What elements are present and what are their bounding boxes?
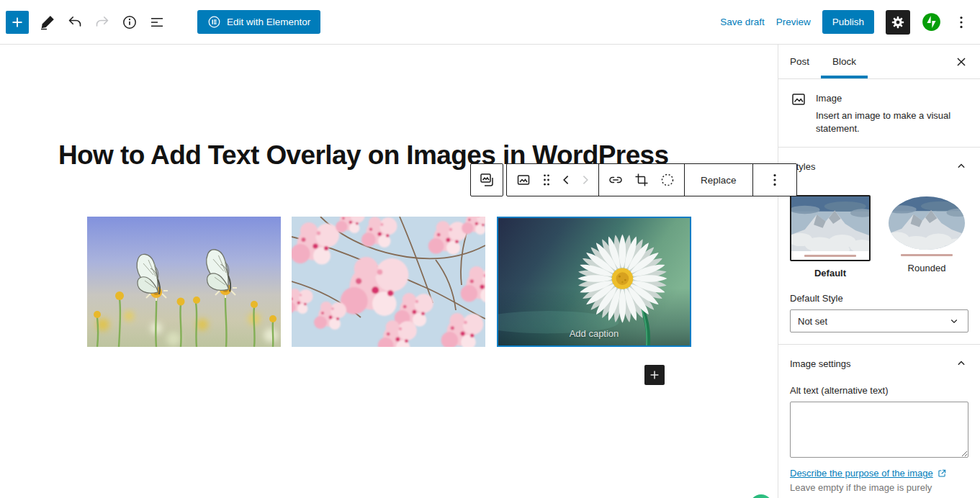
sidebar-tabs: Post Block — [778, 45, 980, 79]
plus-icon — [647, 368, 662, 382]
toolbar-group-replace: Replace — [685, 164, 753, 196]
move-right-button[interactable] — [575, 167, 595, 193]
info-icon — [121, 14, 138, 31]
jetpack-button[interactable] — [922, 12, 941, 32]
replace-button[interactable]: Replace — [688, 164, 749, 196]
image-block-icon — [790, 91, 807, 135]
plus-icon — [9, 14, 26, 31]
toolbar-group-options — [753, 164, 796, 196]
toolbar-group-media — [599, 164, 685, 196]
style-default-label: Default — [790, 268, 871, 279]
alt-text-label: Alt text (alternative text) — [790, 385, 968, 396]
link-button[interactable] — [603, 167, 629, 193]
tab-post[interactable]: Post — [778, 45, 821, 78]
style-rounded-thumbnail — [889, 196, 965, 250]
chevron-up-icon — [954, 159, 968, 173]
image-caption-placeholder[interactable]: Add caption — [498, 328, 690, 339]
block-card: Image Insert an image to make a visual s… — [778, 79, 980, 147]
wordpress-block-editor: Edit with Elementor Save draft Preview P… — [0, 0, 980, 498]
top-bar-right-tools: Save draft Preview Publish — [720, 0, 970, 44]
kebab-icon — [953, 14, 970, 31]
edit-with-elementor-label: Edit with Elementor — [227, 17, 310, 27]
top-bar-left-tools: Edit with Elementor — [6, 0, 320, 44]
gallery-image-daisy-selected[interactable]: Add caption — [497, 217, 691, 347]
pencil-icon — [39, 14, 56, 31]
gallery-appender-button[interactable] — [644, 365, 665, 385]
chevron-up-icon — [954, 356, 968, 371]
block-options-button[interactable] — [757, 167, 793, 193]
style-options: Default Rounded — [790, 195, 968, 279]
block-inserter-button[interactable] — [6, 11, 29, 34]
jetpack-icon — [922, 12, 941, 32]
image-settings-heading: Image settings — [790, 358, 851, 369]
chevron-left-icon — [557, 171, 575, 189]
external-link-icon — [937, 468, 947, 479]
styles-panel: Styles — [778, 147, 980, 344]
link-icon — [607, 171, 624, 189]
block-card-description: Insert an image to make a visual stateme… — [816, 109, 968, 135]
redo-icon — [94, 14, 111, 31]
undo-icon — [66, 14, 84, 31]
cherry-blossoms-image — [292, 217, 485, 347]
image-settings-toggle[interactable]: Image settings — [790, 356, 968, 371]
close-sidebar-button[interactable] — [950, 50, 973, 73]
block-toolbar: Replace — [470, 163, 797, 196]
save-draft-button[interactable]: Save draft — [720, 17, 765, 27]
tab-block[interactable]: Block — [821, 45, 868, 78]
block-toolbar-main: Replace — [506, 163, 797, 196]
gallery-image-cherry-blossoms[interactable] — [292, 217, 485, 347]
publish-button[interactable]: Publish — [822, 10, 874, 34]
butterflies-image — [87, 217, 281, 347]
default-style-select[interactable]: Not set — [790, 309, 968, 332]
redo-button[interactable] — [94, 14, 111, 31]
settings-button[interactable] — [886, 10, 910, 35]
crop-button[interactable] — [629, 167, 655, 193]
crop-icon — [633, 171, 650, 189]
styles-panel-toggle[interactable]: Styles — [790, 159, 968, 173]
chevron-right-icon — [577, 171, 594, 189]
document-overview-button[interactable] — [148, 14, 166, 31]
kebab-icon — [766, 171, 783, 189]
style-default-thumbnail — [790, 195, 871, 261]
drag-handle[interactable] — [536, 167, 556, 193]
editor-top-bar: Edit with Elementor Save draft Preview P… — [0, 0, 980, 45]
edit-with-elementor-button[interactable]: Edit with Elementor — [197, 10, 320, 34]
gear-icon — [890, 14, 906, 30]
image-settings-panel: Image settings Alt text (alternative tex… — [778, 344, 980, 498]
chevron-down-icon — [948, 314, 961, 327]
daisy-image — [498, 218, 690, 345]
duotone-filter-button[interactable] — [655, 167, 680, 193]
undo-button[interactable] — [66, 14, 84, 31]
options-menu-button[interactable] — [953, 14, 970, 31]
elementor-logo-icon — [207, 15, 221, 29]
image-block-type-button[interactable] — [511, 167, 536, 193]
settings-sidebar: Post Block Image Insert an image to make… — [778, 45, 980, 498]
move-left-button[interactable] — [556, 167, 575, 193]
image-block-icon — [515, 171, 532, 189]
default-style-value: Not set — [798, 316, 827, 327]
drag-handle-icon — [538, 171, 555, 189]
editor-canvas: How to Add Text Overlay on Images in Wor… — [0, 45, 778, 498]
preview-button[interactable]: Preview — [776, 17, 811, 27]
gallery-parent-icon — [478, 171, 495, 189]
describe-link-row: Describe the purpose of the image — [790, 468, 968, 479]
thumbnail-caption-strip — [901, 254, 953, 256]
block-card-text: Image Insert an image to make a visual s… — [816, 91, 968, 135]
thumbnail-caption-strip — [791, 251, 869, 260]
gallery-image-butterflies[interactable] — [87, 217, 281, 347]
style-option-rounded[interactable]: Rounded — [886, 195, 967, 273]
alt-text-help: Leave empty if the image is purely decor… — [790, 481, 968, 498]
close-icon — [953, 54, 969, 70]
tools-button[interactable] — [39, 14, 56, 31]
duotone-icon — [659, 171, 676, 189]
toolbar-group-block — [507, 164, 599, 196]
style-option-default[interactable]: Default — [790, 195, 871, 279]
default-style-label: Default Style — [790, 293, 968, 304]
describe-purpose-link[interactable]: Describe the purpose of the image — [790, 468, 933, 479]
block-card-title: Image — [816, 93, 968, 104]
style-rounded-label: Rounded — [886, 263, 967, 273]
list-view-icon — [148, 14, 166, 31]
alt-text-input[interactable] — [790, 402, 968, 458]
select-parent-gallery-button[interactable] — [470, 163, 503, 196]
details-button[interactable] — [121, 14, 138, 31]
